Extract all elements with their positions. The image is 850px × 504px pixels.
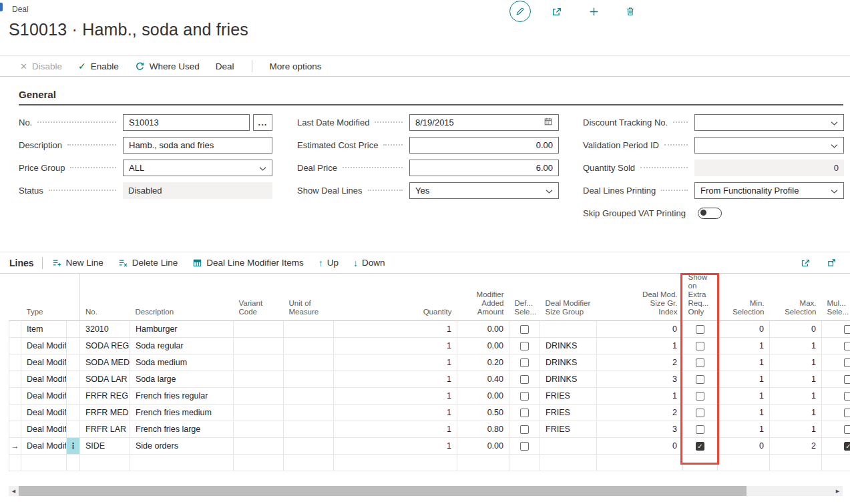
cell-description[interactable]	[130, 455, 234, 471]
multiple-selection-checkbox[interactable]	[844, 375, 850, 384]
cell-no[interactable]	[80, 455, 130, 471]
header-modifier-added-amount[interactable]: Modifier Added Amount	[457, 273, 509, 321]
cell-variant-code[interactable]	[234, 388, 284, 405]
cell-max-selection[interactable]: 1	[770, 421, 822, 438]
estimated-cost-price-input[interactable]	[415, 140, 553, 150]
cell-quantity[interactable]: 1	[334, 405, 457, 421]
horizontal-scrollbar[interactable]: ◀ ▶	[9, 486, 843, 496]
cell-min-selection[interactable]: 1	[718, 405, 770, 421]
cell-variant-code[interactable]	[234, 321, 284, 338]
general-section-heading[interactable]: General	[19, 89, 56, 100]
cell-multiple-selection[interactable]	[822, 455, 850, 471]
cell-type[interactable]: Deal Modif...	[21, 371, 67, 388]
show-on-extra-checkbox[interactable]	[696, 425, 704, 434]
cell-modifier-added-amount[interactable]: 0.50	[457, 405, 509, 421]
default-selection-checkbox[interactable]	[520, 442, 529, 451]
multiple-selection-checkbox[interactable]	[844, 392, 850, 401]
cell-description[interactable]: Soda regular	[130, 338, 234, 354]
cell-quantity[interactable]: 1	[334, 338, 457, 354]
cell-type[interactable]: Deal Modif...	[21, 354, 67, 371]
cell-modifier-added-amount[interactable]: 0.40	[457, 371, 509, 388]
cell-min-selection[interactable]: 0	[718, 438, 770, 455]
cell-size-group-index[interactable]: 0	[597, 438, 683, 455]
cell-type[interactable]: Deal Modif...	[21, 421, 67, 438]
cell-description[interactable]: French fries large	[130, 421, 234, 438]
default-selection-checkbox[interactable]	[520, 342, 529, 350]
cell-variant-code[interactable]	[234, 455, 284, 471]
cell-size-group-index[interactable]: 1	[597, 338, 683, 354]
cell-quantity[interactable]: 1	[334, 388, 457, 405]
calendar-icon[interactable]	[544, 117, 553, 128]
show-on-extra-checkbox[interactable]	[696, 375, 704, 384]
multiple-selection-checkbox[interactable]	[844, 358, 850, 367]
cell-modifier-added-amount[interactable]: 0.80	[457, 421, 509, 438]
cell-min-selection[interactable]: 1	[718, 371, 770, 388]
header-default-selection[interactable]: Def... Sele...	[509, 273, 540, 321]
default-selection-checkbox[interactable]	[520, 358, 529, 367]
cell-max-selection[interactable]: 1	[770, 388, 822, 405]
cell-quantity[interactable]: 1	[334, 354, 457, 371]
multiple-selection-checkbox[interactable]	[844, 425, 850, 434]
cell-no[interactable]: FRFR LAR	[80, 421, 130, 438]
cell-min-selection[interactable]: 0	[718, 321, 770, 338]
cell-modifier-added-amount[interactable]	[457, 455, 509, 471]
assist-edit-button[interactable]: ...	[253, 114, 272, 131]
cell-size-group[interactable]	[540, 455, 597, 471]
cell-max-selection[interactable]: 1	[770, 405, 822, 421]
delete-line-button[interactable]: Delete Line	[118, 258, 178, 268]
cell-no[interactable]: FRFR REG	[80, 388, 130, 405]
where-used-button[interactable]: Where Used	[135, 61, 200, 71]
cell-size-group[interactable]: FRIES	[540, 421, 597, 438]
cell-unit-of-measure[interactable]	[284, 388, 334, 405]
cell-max-selection[interactable]: 2	[770, 438, 822, 455]
lines-heading[interactable]: Lines	[9, 258, 34, 268]
cell-modifier-added-amount[interactable]: 0.00	[457, 321, 509, 338]
cell-unit-of-measure[interactable]	[284, 438, 334, 455]
cell-unit-of-measure[interactable]	[284, 405, 334, 421]
scroll-right-arrow-icon[interactable]: ▶	[833, 486, 843, 496]
cell-size-group[interactable]	[540, 438, 597, 455]
cell-min-selection[interactable]: 1	[718, 354, 770, 371]
scroll-left-arrow-icon[interactable]: ◀	[9, 486, 19, 496]
cell-type[interactable]: Item	[21, 321, 67, 338]
skip-grouped-vat-printing-toggle[interactable]	[698, 208, 722, 219]
cell-unit-of-measure[interactable]	[284, 338, 334, 354]
header-multiple-selection[interactable]: Mul... Sele...	[822, 273, 850, 321]
cell-type[interactable]: Deal Modif...	[21, 338, 67, 354]
cell-type[interactable]: Deal Modif...	[21, 438, 67, 455]
cell-quantity[interactable]: 1	[334, 371, 457, 388]
cell-min-selection[interactable]: 1	[718, 421, 770, 438]
cell-no[interactable]: SODA MED	[80, 354, 130, 371]
lines-popout-button[interactable]	[825, 256, 838, 270]
cell-default-selection[interactable]	[509, 455, 540, 471]
header-variant-code[interactable]: Variant Code	[234, 273, 284, 321]
cell-no[interactable]: 32010	[80, 321, 130, 338]
cell-max-selection[interactable]	[770, 455, 822, 471]
cell-unit-of-measure[interactable]	[284, 354, 334, 371]
cell-variant-code[interactable]	[234, 338, 284, 354]
default-selection-checkbox[interactable]	[520, 392, 529, 401]
cell-description[interactable]: Hamburger	[130, 321, 234, 338]
cell-size-group-index[interactable]: 2	[597, 354, 683, 371]
cell-variant-code[interactable]	[234, 438, 284, 455]
header-type[interactable]: Type	[21, 273, 67, 321]
cell-max-selection[interactable]: 1	[770, 354, 822, 371]
header-unit-of-measure[interactable]: Unit of Measure	[284, 273, 334, 321]
discount-tracking-no-select[interactable]	[694, 114, 844, 131]
cell-size-group[interactable]: DRINKS	[540, 354, 597, 371]
cell-description[interactable]: Soda large	[130, 371, 234, 388]
cell-variant-code[interactable]	[234, 354, 284, 371]
cell-quantity[interactable]: 1	[334, 321, 457, 338]
cell-size-group[interactable]: DRINKS	[540, 338, 597, 354]
show-on-extra-checkbox[interactable]	[696, 342, 704, 350]
cell-min-selection[interactable]: 1	[718, 388, 770, 405]
show-on-extra-checkbox[interactable]	[696, 442, 704, 451]
deal-menu-button[interactable]: Deal	[216, 61, 234, 71]
cell-max-selection[interactable]: 1	[770, 338, 822, 354]
new-line-button[interactable]: New Line	[52, 258, 103, 268]
header-min-selection[interactable]: Min. Selection	[718, 273, 770, 321]
price-group-select[interactable]: ALL	[123, 160, 272, 176]
cell-no[interactable]: SODA LAR	[80, 371, 130, 388]
header-description[interactable]: Description	[130, 273, 234, 321]
cell-no[interactable]: FRFR MED	[80, 405, 130, 421]
